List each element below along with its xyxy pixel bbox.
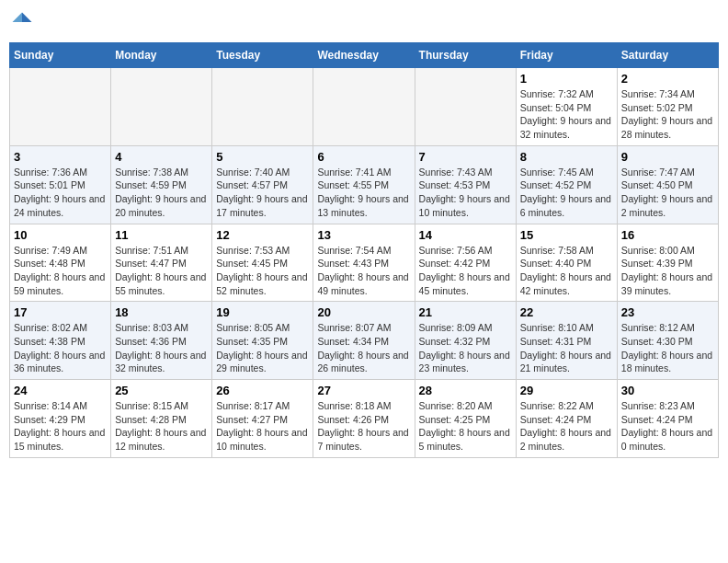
calendar-cell: 23Sunrise: 8:12 AM Sunset: 4:30 PM Dayli… — [617, 302, 718, 380]
calendar-cell: 3Sunrise: 7:36 AM Sunset: 5:01 PM Daylig… — [10, 145, 111, 224]
day-info: Sunrise: 7:45 AM Sunset: 4:52 PM Dayligh… — [520, 166, 613, 220]
day-number: 14 — [419, 228, 512, 242]
calendar-cell: 30Sunrise: 8:23 AM Sunset: 4:24 PM Dayli… — [617, 380, 718, 458]
day-info: Sunrise: 7:49 AM Sunset: 4:48 PM Dayligh… — [14, 244, 107, 298]
day-info: Sunrise: 8:05 AM Sunset: 4:35 PM Dayligh… — [216, 321, 309, 375]
calendar-cell: 15Sunrise: 7:58 AM Sunset: 4:40 PM Dayli… — [516, 224, 617, 302]
calendar-cell: 22Sunrise: 8:10 AM Sunset: 4:31 PM Dayli… — [516, 302, 617, 380]
day-number: 15 — [520, 228, 613, 242]
day-number: 8 — [520, 150, 613, 164]
day-info: Sunrise: 7:53 AM Sunset: 4:45 PM Dayligh… — [216, 244, 309, 298]
calendar-cell: 10Sunrise: 7:49 AM Sunset: 4:48 PM Dayli… — [10, 224, 111, 302]
day-number: 11 — [115, 228, 208, 242]
weekday-header: Sunday — [10, 43, 111, 68]
calendar-cell: 26Sunrise: 8:17 AM Sunset: 4:27 PM Dayli… — [212, 380, 313, 458]
day-info: Sunrise: 7:43 AM Sunset: 4:53 PM Dayligh… — [419, 166, 512, 220]
logo — [9, 9, 39, 35]
day-info: Sunrise: 7:36 AM Sunset: 5:01 PM Dayligh… — [14, 166, 107, 220]
day-info: Sunrise: 7:51 AM Sunset: 4:47 PM Dayligh… — [115, 244, 208, 298]
calendar-cell: 18Sunrise: 8:03 AM Sunset: 4:36 PM Dayli… — [111, 302, 212, 380]
day-info: Sunrise: 8:00 AM Sunset: 4:39 PM Dayligh… — [621, 244, 714, 298]
calendar-cell — [313, 68, 415, 146]
calendar-cell: 14Sunrise: 7:56 AM Sunset: 4:42 PM Dayli… — [415, 224, 516, 302]
day-number: 7 — [419, 150, 512, 164]
day-info: Sunrise: 8:09 AM Sunset: 4:32 PM Dayligh… — [419, 321, 512, 375]
day-number: 25 — [115, 384, 208, 397]
day-info: Sunrise: 8:10 AM Sunset: 4:31 PM Dayligh… — [520, 321, 613, 375]
calendar-cell: 19Sunrise: 8:05 AM Sunset: 4:35 PM Dayli… — [212, 302, 313, 380]
calendar-week-row: 24Sunrise: 8:14 AM Sunset: 4:29 PM Dayli… — [10, 380, 719, 458]
day-info: Sunrise: 7:32 AM Sunset: 5:04 PM Dayligh… — [520, 87, 613, 142]
day-number: 4 — [115, 150, 208, 164]
day-number: 21 — [419, 305, 512, 319]
day-info: Sunrise: 8:17 AM Sunset: 4:27 PM Dayligh… — [216, 399, 309, 454]
day-info: Sunrise: 8:02 AM Sunset: 4:38 PM Dayligh… — [14, 321, 107, 375]
svg-marker-0 — [22, 13, 32, 23]
weekday-header: Wednesday — [313, 43, 415, 68]
day-number: 23 — [621, 305, 714, 319]
calendar-header-row: SundayMondayTuesdayWednesdayThursdayFrid… — [10, 43, 719, 68]
day-number: 12 — [216, 228, 309, 242]
calendar-cell: 20Sunrise: 8:07 AM Sunset: 4:34 PM Dayli… — [313, 302, 415, 380]
calendar-cell: 25Sunrise: 8:15 AM Sunset: 4:28 PM Dayli… — [111, 380, 212, 458]
calendar-cell: 28Sunrise: 8:20 AM Sunset: 4:25 PM Dayli… — [415, 380, 516, 458]
day-info: Sunrise: 7:38 AM Sunset: 4:59 PM Dayligh… — [115, 166, 208, 220]
logo-icon — [9, 9, 35, 35]
calendar-cell: 4Sunrise: 7:38 AM Sunset: 4:59 PM Daylig… — [111, 145, 212, 224]
calendar-cell: 7Sunrise: 7:43 AM Sunset: 4:53 PM Daylig… — [415, 145, 516, 224]
day-number: 5 — [216, 150, 309, 164]
day-info: Sunrise: 8:20 AM Sunset: 4:25 PM Dayligh… — [419, 399, 512, 454]
day-info: Sunrise: 8:12 AM Sunset: 4:30 PM Dayligh… — [621, 321, 714, 375]
day-number: 18 — [115, 305, 208, 319]
calendar: SundayMondayTuesdayWednesdayThursdayFrid… — [9, 42, 719, 458]
calendar-week-row: 3Sunrise: 7:36 AM Sunset: 5:01 PM Daylig… — [10, 145, 719, 224]
day-number: 1 — [520, 72, 613, 86]
day-number: 30 — [621, 384, 714, 397]
day-number: 26 — [216, 384, 309, 397]
calendar-cell: 29Sunrise: 8:22 AM Sunset: 4:24 PM Dayli… — [516, 380, 617, 458]
day-info: Sunrise: 7:41 AM Sunset: 4:55 PM Dayligh… — [317, 166, 410, 220]
calendar-cell: 13Sunrise: 7:54 AM Sunset: 4:43 PM Dayli… — [313, 224, 415, 302]
calendar-cell — [415, 68, 516, 146]
weekday-header: Monday — [111, 43, 212, 68]
day-number: 24 — [14, 384, 107, 397]
calendar-cell: 17Sunrise: 8:02 AM Sunset: 4:38 PM Dayli… — [10, 302, 111, 380]
calendar-cell: 9Sunrise: 7:47 AM Sunset: 4:50 PM Daylig… — [617, 145, 718, 224]
day-number: 17 — [14, 305, 107, 319]
day-number: 13 — [317, 228, 410, 242]
day-info: Sunrise: 7:58 AM Sunset: 4:40 PM Dayligh… — [520, 244, 613, 298]
day-number: 10 — [14, 228, 107, 242]
day-number: 22 — [520, 305, 613, 319]
calendar-cell: 2Sunrise: 7:34 AM Sunset: 5:02 PM Daylig… — [617, 68, 718, 146]
day-info: Sunrise: 8:15 AM Sunset: 4:28 PM Dayligh… — [115, 399, 208, 454]
day-info: Sunrise: 7:47 AM Sunset: 4:50 PM Dayligh… — [621, 166, 714, 220]
day-number: 3 — [14, 150, 107, 164]
day-info: Sunrise: 7:34 AM Sunset: 5:02 PM Dayligh… — [621, 87, 714, 142]
day-info: Sunrise: 7:56 AM Sunset: 4:42 PM Dayligh… — [419, 244, 512, 298]
calendar-cell: 16Sunrise: 8:00 AM Sunset: 4:39 PM Dayli… — [617, 224, 718, 302]
day-info: Sunrise: 8:22 AM Sunset: 4:24 PM Dayligh… — [520, 399, 613, 454]
calendar-week-row: 1Sunrise: 7:32 AM Sunset: 5:04 PM Daylig… — [10, 68, 719, 146]
calendar-cell — [111, 68, 212, 146]
day-info: Sunrise: 7:54 AM Sunset: 4:43 PM Dayligh… — [317, 244, 410, 298]
calendar-cell: 12Sunrise: 7:53 AM Sunset: 4:45 PM Dayli… — [212, 224, 313, 302]
day-number: 29 — [520, 384, 613, 397]
day-number: 16 — [621, 228, 714, 242]
weekday-header: Tuesday — [212, 43, 313, 68]
day-number: 20 — [317, 305, 410, 319]
weekday-header: Friday — [516, 43, 617, 68]
calendar-cell: 5Sunrise: 7:40 AM Sunset: 4:57 PM Daylig… — [212, 145, 313, 224]
header — [9, 9, 719, 35]
calendar-cell: 8Sunrise: 7:45 AM Sunset: 4:52 PM Daylig… — [516, 145, 617, 224]
day-info: Sunrise: 7:40 AM Sunset: 4:57 PM Dayligh… — [216, 166, 309, 220]
day-number: 19 — [216, 305, 309, 319]
calendar-cell: 1Sunrise: 7:32 AM Sunset: 5:04 PM Daylig… — [516, 68, 617, 146]
calendar-cell: 6Sunrise: 7:41 AM Sunset: 4:55 PM Daylig… — [313, 145, 415, 224]
day-info: Sunrise: 8:14 AM Sunset: 4:29 PM Dayligh… — [14, 399, 107, 454]
day-info: Sunrise: 8:07 AM Sunset: 4:34 PM Dayligh… — [317, 321, 410, 375]
svg-marker-1 — [13, 13, 23, 23]
calendar-cell: 24Sunrise: 8:14 AM Sunset: 4:29 PM Dayli… — [10, 380, 111, 458]
calendar-cell: 27Sunrise: 8:18 AM Sunset: 4:26 PM Dayli… — [313, 380, 415, 458]
day-info: Sunrise: 8:03 AM Sunset: 4:36 PM Dayligh… — [115, 321, 208, 375]
day-number: 27 — [317, 384, 410, 397]
